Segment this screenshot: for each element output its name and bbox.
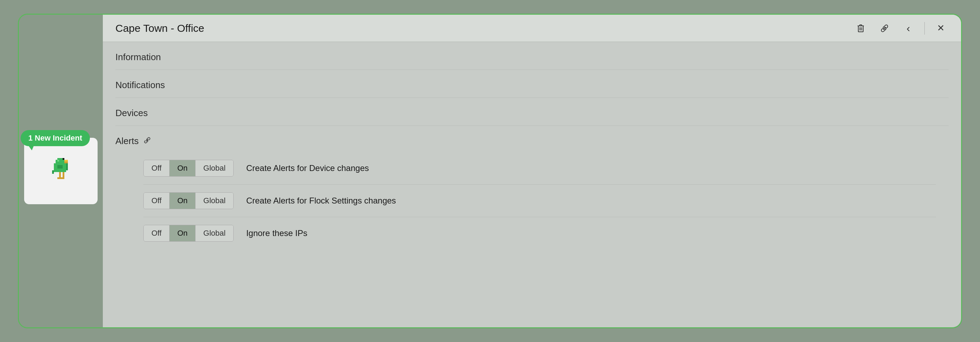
svg-rect-4	[56, 160, 57, 163]
toggle-global-device[interactable]: Global	[196, 160, 233, 176]
svg-rect-7	[64, 162, 68, 163]
toggle-flock-settings[interactable]: Off On Global	[143, 192, 234, 209]
tab-alerts[interactable]: Alerts Off On	[115, 126, 948, 256]
svg-rect-10	[52, 170, 54, 174]
page-title: Cape Town - Office	[115, 22, 853, 34]
tab-information[interactable]: Information	[115, 42, 948, 70]
nav-tabs: Information Notifications Devices Alerts	[103, 42, 961, 256]
alerts-link-icon	[143, 136, 151, 146]
svg-rect-15	[57, 160, 59, 162]
bird-illustration	[49, 154, 73, 188]
toggle-off-flock[interactable]: Off	[144, 192, 170, 209]
svg-rect-8	[57, 165, 63, 169]
alert-label-ips: Ignore these IPs	[246, 228, 307, 238]
alert-label-flock: Create Alerts for Flock Settings changes	[246, 196, 396, 206]
toggle-global-ips[interactable]: Global	[196, 225, 233, 241]
svg-rect-14	[61, 177, 64, 179]
alert-rows: Off On Global Create Alerts for Device c…	[115, 146, 948, 249]
tab-devices[interactable]: Devices	[115, 98, 948, 126]
alert-row-device-changes: Off On Global Create Alerts for Device c…	[143, 152, 936, 185]
toggle-on-ips[interactable]: On	[170, 225, 196, 241]
delete-button[interactable]	[853, 21, 869, 36]
alert-row-flock-settings: Off On Global Create Alerts for Flock Se…	[143, 185, 936, 217]
main-panel: Cape Town - Office	[103, 15, 961, 327]
back-button[interactable]: ‹	[900, 21, 916, 36]
svg-rect-5	[63, 158, 64, 160]
link-button[interactable]	[877, 21, 892, 36]
svg-rect-2	[66, 163, 68, 170]
tab-notifications[interactable]: Notifications	[115, 70, 948, 98]
header-divider	[924, 22, 925, 35]
toggle-device-changes[interactable]: Off On Global	[143, 160, 234, 177]
svg-rect-9	[54, 169, 57, 172]
svg-rect-6	[64, 160, 68, 162]
svg-rect-13	[57, 177, 61, 179]
incident-badge[interactable]: 1 New Incident	[21, 130, 90, 146]
svg-rect-12	[63, 172, 64, 177]
bird-card: 1 New Incident	[24, 138, 97, 204]
toggle-global-flock[interactable]: Global	[196, 192, 233, 209]
app-frame: 1 New Incident	[18, 14, 962, 328]
toggle-off-device[interactable]: Off	[144, 160, 170, 176]
header: Cape Town - Office	[103, 15, 961, 42]
sidebar: 1 New Incident	[19, 15, 103, 327]
svg-rect-11	[59, 172, 61, 177]
close-button[interactable]: ✕	[933, 21, 948, 36]
alert-label-device: Create Alerts for Device changes	[246, 163, 369, 173]
toggle-ignore-ips[interactable]: Off On Global	[143, 225, 234, 242]
toggle-on-flock[interactable]: On	[170, 192, 196, 209]
header-actions: ‹ ✕	[853, 21, 948, 36]
toggle-off-ips[interactable]: Off	[144, 225, 170, 241]
toggle-on-device[interactable]: On	[170, 160, 196, 176]
alert-row-ignore-ips: Off On Global Ignore these IPs	[143, 217, 936, 249]
